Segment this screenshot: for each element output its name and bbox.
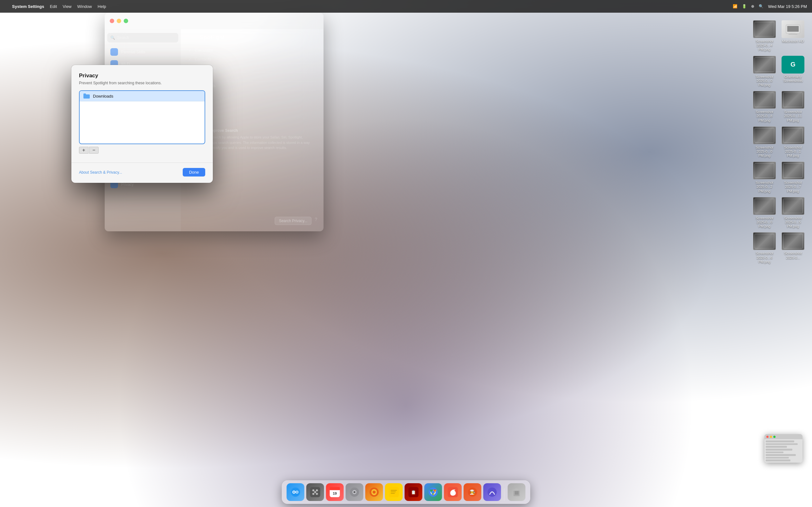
add-location-button[interactable]: + — [79, 147, 89, 154]
about-search-privacy-link[interactable]: About Search & Privacy... — [79, 170, 122, 175]
location-item-downloads[interactable]: Downloads — [80, 91, 205, 101]
menubar-view[interactable]: View — [63, 4, 72, 9]
menubar-help[interactable]: Help — [98, 4, 106, 9]
add-remove-buttons: + − — [79, 147, 205, 154]
modal-title: Privacy — [79, 72, 205, 79]
modal-footer: About Search & Privacy... Done — [71, 163, 213, 183]
menubar-window[interactable]: Window — [78, 4, 92, 9]
menubar-right: 📶 🔋 ⊕ 🔍 Wed Mar 19 5:26 PM — [733, 4, 807, 9]
locations-list: Downloads — [79, 90, 205, 144]
menubar-app-name[interactable]: System Settings — [12, 4, 44, 9]
svg-rect-1 — [84, 94, 86, 95]
modal-overlay: Privacy Prevent Spotlight from searching… — [0, 13, 812, 507]
privacy-modal: Privacy Prevent Spotlight from searching… — [71, 65, 213, 183]
menubar: System Settings Edit View Window Help 📶 … — [0, 0, 812, 13]
menubar-time: Wed Mar 19 5:26 PM — [768, 4, 807, 9]
menubar-edit[interactable]: Edit — [50, 4, 57, 9]
wifi-status-icon: 📶 — [733, 4, 738, 9]
modal-content: Privacy Prevent Spotlight from searching… — [71, 65, 213, 160]
location-name: Downloads — [93, 94, 113, 99]
done-button[interactable]: Done — [183, 168, 205, 176]
menubar-left: System Settings Edit View Window Help — [5, 4, 106, 9]
search-icon[interactable]: 🔍 — [759, 4, 763, 9]
control-center-icon[interactable]: ⊕ — [751, 4, 754, 9]
remove-location-button[interactable]: − — [89, 147, 99, 154]
modal-subtitle: Prevent Spotlight from searching these l… — [79, 81, 205, 85]
folder-icon — [84, 94, 90, 99]
battery-icon: 🔋 — [742, 4, 747, 9]
